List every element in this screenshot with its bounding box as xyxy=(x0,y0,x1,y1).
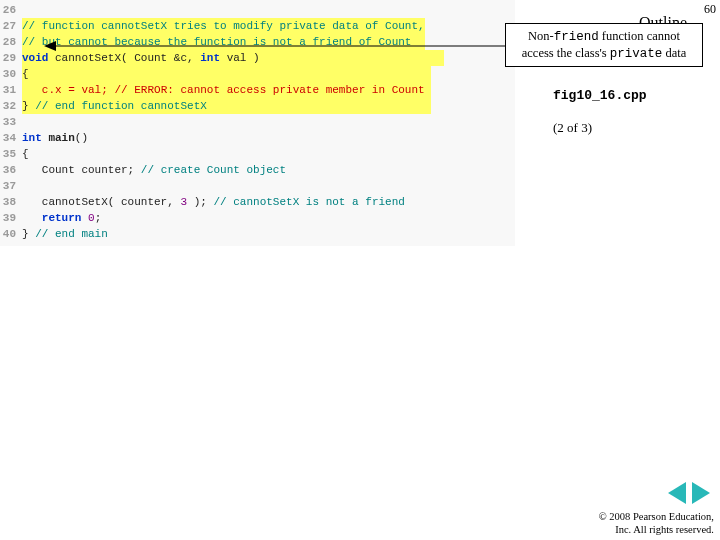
code-line: 36 Count counter; // create Count object xyxy=(0,162,515,178)
line-number: 35 xyxy=(0,146,22,162)
line-number: 34 xyxy=(0,130,22,146)
line-number: 36 xyxy=(0,162,22,178)
slide-nav xyxy=(668,482,710,504)
line-number: 33 xyxy=(0,114,22,130)
callout-line-1: Non-friend function cannot xyxy=(512,28,696,45)
figure-part: (2 of 3) xyxy=(553,120,592,136)
line-number: 32 xyxy=(0,98,22,114)
copyright-notice: © 2008 Pearson Education, Inc. All right… xyxy=(599,510,714,536)
next-slide-button[interactable] xyxy=(692,482,710,504)
code-line: 38 cannotSetX( counter, 3 ); // cannotSe… xyxy=(0,194,515,210)
code-line: 32} // end function cannotSetX xyxy=(0,98,515,114)
code-line: 37 xyxy=(0,178,515,194)
code-line: 39 return 0; xyxy=(0,210,515,226)
code-content: { xyxy=(22,146,29,162)
code-line: 30{ xyxy=(0,66,515,82)
code-line: 29void cannotSetX( Count &c, int val ) xyxy=(0,50,515,66)
code-content: return 0; xyxy=(22,210,101,226)
code-content: Count counter; // create Count object xyxy=(22,162,286,178)
line-number: 30 xyxy=(0,66,22,82)
page-number: 60 xyxy=(704,2,716,17)
code-line: 35{ xyxy=(0,146,515,162)
code-content: } // end main xyxy=(22,226,108,242)
code-content: // function cannotSetX tries to modify p… xyxy=(22,18,425,34)
code-content: } // end function cannotSetX xyxy=(22,98,431,114)
code-content: { xyxy=(22,66,431,82)
code-line: 31 c.x = val; // ERROR: cannot access pr… xyxy=(0,82,515,98)
line-number: 40 xyxy=(0,226,22,242)
code-content: // but cannot because the function is no… xyxy=(22,34,425,50)
code-line: 40} // end main xyxy=(0,226,515,242)
code-listing: 2627// function cannotSetX tries to modi… xyxy=(0,0,515,246)
prev-slide-button[interactable] xyxy=(668,482,686,504)
callout-box: Non-friend function cannot access the cl… xyxy=(505,23,703,67)
line-number: 27 xyxy=(0,18,22,34)
code-content: cannotSetX( counter, 3 ); // cannotSetX … xyxy=(22,194,405,210)
line-number: 29 xyxy=(0,50,22,66)
code-line: 26 xyxy=(0,2,515,18)
line-number: 39 xyxy=(0,210,22,226)
code-line: 27// function cannotSetX tries to modify… xyxy=(0,18,515,34)
code-content: void cannotSetX( Count &c, int val ) xyxy=(22,50,444,66)
line-number: 31 xyxy=(0,82,22,98)
code-line: 28// but cannot because the function is … xyxy=(0,34,515,50)
figure-filename: fig10_16.cpp xyxy=(553,88,647,103)
line-number: 26 xyxy=(0,2,22,18)
code-line: 33 xyxy=(0,114,515,130)
line-number: 37 xyxy=(0,178,22,194)
code-content: c.x = val; // ERROR: cannot access priva… xyxy=(22,82,431,98)
callout-line-2: access the class's private data xyxy=(512,45,696,62)
code-line: 34int main() xyxy=(0,130,515,146)
code-content: int main() xyxy=(22,130,88,146)
line-number: 38 xyxy=(0,194,22,210)
line-number: 28 xyxy=(0,34,22,50)
